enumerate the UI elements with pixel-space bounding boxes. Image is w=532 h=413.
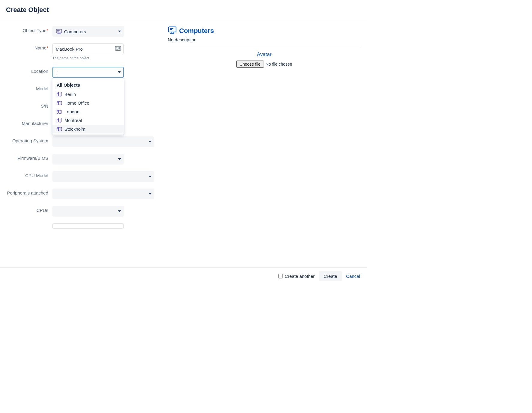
object-type-value: Computers: [64, 29, 86, 34]
model-label: Model: [6, 84, 52, 91]
map-icon: [57, 118, 62, 123]
cpus-label: CPUs: [6, 206, 52, 213]
chevron-down-icon: [149, 141, 152, 143]
dropdown-item-label: Home Office: [64, 100, 89, 105]
map-icon: [57, 101, 62, 105]
partial-row: [52, 223, 124, 229]
peripherals-select[interactable]: [52, 189, 154, 199]
name-help-text: The name of the object: [52, 56, 159, 60]
chevron-down-icon: [149, 193, 152, 195]
dialog-title: Create Object: [6, 6, 361, 14]
cpus-select[interactable]: [52, 206, 124, 217]
peripherals-label: Peripherals attached: [6, 189, 52, 195]
cpu-model-label: CPU Model: [6, 171, 52, 178]
svg-point-16: [58, 102, 58, 103]
name-input[interactable]: [56, 46, 113, 52]
create-another-label: Create another: [285, 274, 315, 279]
dropdown-item-london[interactable]: London: [52, 107, 124, 116]
text-caret: [56, 70, 56, 75]
chevron-down-icon: [118, 158, 121, 160]
svg-point-22: [58, 119, 58, 120]
svg-point-13: [58, 93, 58, 94]
dropdown-item-label: Berlin: [64, 92, 76, 97]
svg-point-19: [58, 110, 58, 111]
map-icon: [57, 92, 62, 97]
chevron-down-icon: [149, 176, 152, 177]
avatar-label: Avatar: [168, 52, 361, 58]
os-select[interactable]: [52, 136, 154, 147]
create-another-checkbox[interactable]: [278, 274, 283, 278]
map-icon: [57, 127, 62, 132]
chevron-down-icon: [118, 210, 121, 212]
name-label: Name*: [6, 43, 52, 50]
dropdown-item-label: Stockholm: [64, 126, 85, 132]
name-input-wrapper: [52, 43, 124, 54]
create-button[interactable]: Create: [319, 271, 342, 281]
manufacturer-label: Manufacturer: [6, 119, 52, 126]
cancel-link[interactable]: Cancel: [346, 274, 360, 279]
svg-point-25: [58, 128, 58, 129]
choose-file-button[interactable]: Choose file: [236, 61, 264, 68]
svg-rect-0: [56, 29, 62, 33]
dropdown-item-home-office[interactable]: Home Office: [52, 99, 124, 107]
dropdown-item-berlin[interactable]: Berlin: [52, 90, 124, 99]
location-label: Location: [6, 67, 52, 74]
svg-point-7: [116, 47, 117, 49]
object-type-label: Object Type*: [6, 26, 52, 33]
location-select[interactable]: [52, 67, 124, 78]
cpu-model-select[interactable]: [52, 171, 154, 182]
footer: Create another Create Cancel: [0, 267, 367, 285]
side-column: Computers No description Avatar Choose f…: [168, 26, 361, 229]
divider: [168, 48, 361, 48]
side-description: No description: [168, 37, 361, 42]
map-icon: [57, 109, 62, 114]
dropdown-item-montreal[interactable]: Montreal: [52, 116, 124, 125]
firmware-label: Firmware/BIOS: [6, 154, 52, 161]
computer-icon: [56, 29, 62, 34]
object-type-select[interactable]: Computers: [52, 26, 124, 37]
no-file-text: No file chosen: [266, 62, 292, 67]
os-label: Operating System: [6, 136, 52, 143]
location-dropdown: All Objects Berlin: [52, 78, 124, 135]
chevron-down-icon: [118, 71, 121, 73]
firmware-select[interactable]: [52, 154, 124, 165]
create-another-row[interactable]: Create another: [278, 274, 315, 279]
form-column: Object Type* Computers: [6, 26, 159, 229]
dropdown-item-label: London: [64, 109, 79, 114]
chevron-down-icon: [118, 31, 121, 32]
dropdown-item-stockholm[interactable]: Stockholm: [52, 125, 124, 133]
computer-icon: [168, 26, 177, 35]
contact-card-icon: [115, 46, 121, 52]
dropdown-header: All Objects: [52, 79, 124, 90]
dropdown-item-label: Montreal: [64, 118, 82, 123]
sn-label: S/N: [6, 102, 52, 108]
side-title: Computers: [179, 27, 214, 35]
